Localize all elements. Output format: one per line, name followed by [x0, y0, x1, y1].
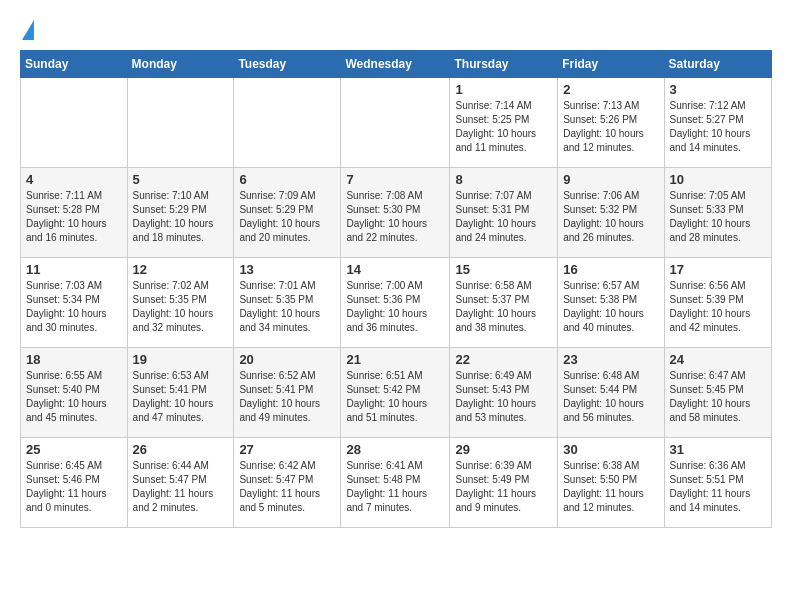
- calendar-cell: 3Sunrise: 7:12 AM Sunset: 5:27 PM Daylig…: [664, 78, 771, 168]
- day-number: 23: [563, 352, 658, 367]
- calendar-cell: 11Sunrise: 7:03 AM Sunset: 5:34 PM Dayli…: [21, 258, 128, 348]
- calendar-week-3: 11Sunrise: 7:03 AM Sunset: 5:34 PM Dayli…: [21, 258, 772, 348]
- day-info: Sunrise: 6:36 AM Sunset: 5:51 PM Dayligh…: [670, 459, 766, 515]
- day-number: 11: [26, 262, 122, 277]
- calendar-cell: 27Sunrise: 6:42 AM Sunset: 5:47 PM Dayli…: [234, 438, 341, 528]
- calendar-cell: 17Sunrise: 6:56 AM Sunset: 5:39 PM Dayli…: [664, 258, 771, 348]
- day-number: 14: [346, 262, 444, 277]
- day-info: Sunrise: 6:56 AM Sunset: 5:39 PM Dayligh…: [670, 279, 766, 335]
- calendar-week-1: 1Sunrise: 7:14 AM Sunset: 5:25 PM Daylig…: [21, 78, 772, 168]
- day-number: 1: [455, 82, 552, 97]
- day-number: 20: [239, 352, 335, 367]
- day-info: Sunrise: 6:45 AM Sunset: 5:46 PM Dayligh…: [26, 459, 122, 515]
- day-info: Sunrise: 6:44 AM Sunset: 5:47 PM Dayligh…: [133, 459, 229, 515]
- day-header-friday: Friday: [558, 51, 664, 78]
- calendar-cell: 12Sunrise: 7:02 AM Sunset: 5:35 PM Dayli…: [127, 258, 234, 348]
- day-number: 13: [239, 262, 335, 277]
- calendar-cell: 24Sunrise: 6:47 AM Sunset: 5:45 PM Dayli…: [664, 348, 771, 438]
- calendar-cell: 25Sunrise: 6:45 AM Sunset: 5:46 PM Dayli…: [21, 438, 128, 528]
- day-info: Sunrise: 7:02 AM Sunset: 5:35 PM Dayligh…: [133, 279, 229, 335]
- calendar-cell: 21Sunrise: 6:51 AM Sunset: 5:42 PM Dayli…: [341, 348, 450, 438]
- day-info: Sunrise: 6:47 AM Sunset: 5:45 PM Dayligh…: [670, 369, 766, 425]
- day-number: 18: [26, 352, 122, 367]
- day-info: Sunrise: 7:13 AM Sunset: 5:26 PM Dayligh…: [563, 99, 658, 155]
- day-number: 31: [670, 442, 766, 457]
- day-info: Sunrise: 7:03 AM Sunset: 5:34 PM Dayligh…: [26, 279, 122, 335]
- day-info: Sunrise: 7:05 AM Sunset: 5:33 PM Dayligh…: [670, 189, 766, 245]
- calendar-week-4: 18Sunrise: 6:55 AM Sunset: 5:40 PM Dayli…: [21, 348, 772, 438]
- calendar-cell: 2Sunrise: 7:13 AM Sunset: 5:26 PM Daylig…: [558, 78, 664, 168]
- day-info: Sunrise: 6:42 AM Sunset: 5:47 PM Dayligh…: [239, 459, 335, 515]
- calendar-cell: 20Sunrise: 6:52 AM Sunset: 5:41 PM Dayli…: [234, 348, 341, 438]
- day-number: 21: [346, 352, 444, 367]
- calendar-cell: 23Sunrise: 6:48 AM Sunset: 5:44 PM Dayli…: [558, 348, 664, 438]
- day-info: Sunrise: 7:09 AM Sunset: 5:29 PM Dayligh…: [239, 189, 335, 245]
- day-number: 7: [346, 172, 444, 187]
- logo: [20, 20, 34, 40]
- day-number: 25: [26, 442, 122, 457]
- calendar-week-2: 4Sunrise: 7:11 AM Sunset: 5:28 PM Daylig…: [21, 168, 772, 258]
- day-info: Sunrise: 6:57 AM Sunset: 5:38 PM Dayligh…: [563, 279, 658, 335]
- calendar-cell: 31Sunrise: 6:36 AM Sunset: 5:51 PM Dayli…: [664, 438, 771, 528]
- day-info: Sunrise: 6:49 AM Sunset: 5:43 PM Dayligh…: [455, 369, 552, 425]
- calendar-cell: 19Sunrise: 6:53 AM Sunset: 5:41 PM Dayli…: [127, 348, 234, 438]
- day-number: 3: [670, 82, 766, 97]
- calendar-cell: 8Sunrise: 7:07 AM Sunset: 5:31 PM Daylig…: [450, 168, 558, 258]
- calendar-cell: 13Sunrise: 7:01 AM Sunset: 5:35 PM Dayli…: [234, 258, 341, 348]
- day-info: Sunrise: 7:06 AM Sunset: 5:32 PM Dayligh…: [563, 189, 658, 245]
- day-number: 4: [26, 172, 122, 187]
- calendar-cell: 1Sunrise: 7:14 AM Sunset: 5:25 PM Daylig…: [450, 78, 558, 168]
- calendar-cell: 18Sunrise: 6:55 AM Sunset: 5:40 PM Dayli…: [21, 348, 128, 438]
- day-number: 9: [563, 172, 658, 187]
- day-header-tuesday: Tuesday: [234, 51, 341, 78]
- day-number: 22: [455, 352, 552, 367]
- logo-triangle-icon: [22, 20, 34, 40]
- day-info: Sunrise: 6:53 AM Sunset: 5:41 PM Dayligh…: [133, 369, 229, 425]
- day-info: Sunrise: 7:01 AM Sunset: 5:35 PM Dayligh…: [239, 279, 335, 335]
- calendar-cell: [21, 78, 128, 168]
- calendar-cell: 10Sunrise: 7:05 AM Sunset: 5:33 PM Dayli…: [664, 168, 771, 258]
- calendar-cell: 7Sunrise: 7:08 AM Sunset: 5:30 PM Daylig…: [341, 168, 450, 258]
- day-number: 28: [346, 442, 444, 457]
- calendar-table: SundayMondayTuesdayWednesdayThursdayFrid…: [20, 50, 772, 528]
- calendar-cell: 9Sunrise: 7:06 AM Sunset: 5:32 PM Daylig…: [558, 168, 664, 258]
- day-number: 2: [563, 82, 658, 97]
- day-info: Sunrise: 6:38 AM Sunset: 5:50 PM Dayligh…: [563, 459, 658, 515]
- days-header-row: SundayMondayTuesdayWednesdayThursdayFrid…: [21, 51, 772, 78]
- day-header-thursday: Thursday: [450, 51, 558, 78]
- day-header-sunday: Sunday: [21, 51, 128, 78]
- calendar-cell: 5Sunrise: 7:10 AM Sunset: 5:29 PM Daylig…: [127, 168, 234, 258]
- calendar-cell: 28Sunrise: 6:41 AM Sunset: 5:48 PM Dayli…: [341, 438, 450, 528]
- day-header-saturday: Saturday: [664, 51, 771, 78]
- day-info: Sunrise: 7:08 AM Sunset: 5:30 PM Dayligh…: [346, 189, 444, 245]
- day-number: 16: [563, 262, 658, 277]
- calendar-cell: [341, 78, 450, 168]
- day-info: Sunrise: 7:10 AM Sunset: 5:29 PM Dayligh…: [133, 189, 229, 245]
- day-number: 6: [239, 172, 335, 187]
- calendar-cell: 26Sunrise: 6:44 AM Sunset: 5:47 PM Dayli…: [127, 438, 234, 528]
- day-info: Sunrise: 7:00 AM Sunset: 5:36 PM Dayligh…: [346, 279, 444, 335]
- day-info: Sunrise: 7:11 AM Sunset: 5:28 PM Dayligh…: [26, 189, 122, 245]
- day-info: Sunrise: 7:07 AM Sunset: 5:31 PM Dayligh…: [455, 189, 552, 245]
- day-number: 26: [133, 442, 229, 457]
- calendar-cell: 6Sunrise: 7:09 AM Sunset: 5:29 PM Daylig…: [234, 168, 341, 258]
- calendar-cell: 29Sunrise: 6:39 AM Sunset: 5:49 PM Dayli…: [450, 438, 558, 528]
- calendar-week-5: 25Sunrise: 6:45 AM Sunset: 5:46 PM Dayli…: [21, 438, 772, 528]
- day-info: Sunrise: 6:48 AM Sunset: 5:44 PM Dayligh…: [563, 369, 658, 425]
- calendar-cell: 4Sunrise: 7:11 AM Sunset: 5:28 PM Daylig…: [21, 168, 128, 258]
- day-header-wednesday: Wednesday: [341, 51, 450, 78]
- calendar-cell: 14Sunrise: 7:00 AM Sunset: 5:36 PM Dayli…: [341, 258, 450, 348]
- day-info: Sunrise: 7:12 AM Sunset: 5:27 PM Dayligh…: [670, 99, 766, 155]
- day-header-monday: Monday: [127, 51, 234, 78]
- calendar-cell: [234, 78, 341, 168]
- day-info: Sunrise: 6:51 AM Sunset: 5:42 PM Dayligh…: [346, 369, 444, 425]
- day-info: Sunrise: 6:52 AM Sunset: 5:41 PM Dayligh…: [239, 369, 335, 425]
- day-number: 29: [455, 442, 552, 457]
- day-info: Sunrise: 6:39 AM Sunset: 5:49 PM Dayligh…: [455, 459, 552, 515]
- calendar-cell: 30Sunrise: 6:38 AM Sunset: 5:50 PM Dayli…: [558, 438, 664, 528]
- day-number: 8: [455, 172, 552, 187]
- day-info: Sunrise: 7:14 AM Sunset: 5:25 PM Dayligh…: [455, 99, 552, 155]
- day-info: Sunrise: 6:55 AM Sunset: 5:40 PM Dayligh…: [26, 369, 122, 425]
- calendar-cell: 15Sunrise: 6:58 AM Sunset: 5:37 PM Dayli…: [450, 258, 558, 348]
- day-number: 10: [670, 172, 766, 187]
